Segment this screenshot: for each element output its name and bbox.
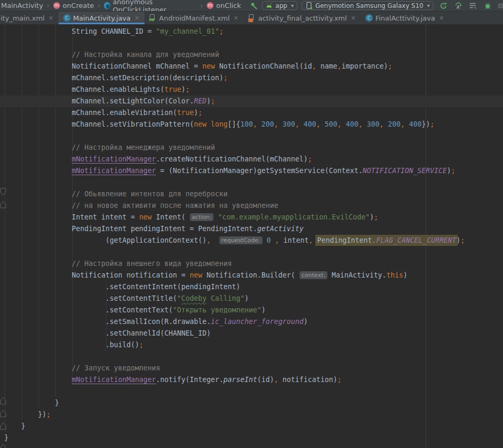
code-line[interactable]: Notification notification = new Notifica…	[0, 270, 503, 281]
tab-label: MainActivity.java	[73, 14, 131, 22]
code-line[interactable]: .setSmallIcon(R.drawable.ic_launcher_for…	[0, 316, 503, 328]
apply-code-changes-button[interactable]	[468, 1, 477, 10]
code-line[interactable]: // Обьявление интентов для переброски	[0, 188, 503, 200]
manifest-file-icon: MF	[149, 14, 157, 22]
code-line[interactable]: mChannel.setDescription(description);	[0, 72, 503, 84]
close-icon[interactable]: ×	[234, 14, 239, 22]
code-line[interactable]: mNotificationManager = (NotificationMana…	[0, 165, 503, 177]
android-icon	[266, 3, 273, 8]
code-line[interactable]	[0, 246, 503, 258]
method-icon: m	[207, 2, 214, 9]
code-line[interactable]	[0, 37, 503, 49]
breadcrumb-item-anonymous-listener[interactable]: anonymous OnClickListener	[104, 0, 196, 12]
java-class-icon: C	[365, 14, 373, 22]
main-toolbar: MainActivity › m onCreate › anonymous On…	[0, 0, 503, 12]
code-lines: String CHANNEL_ID = "my_channel_01"; // …	[0, 24, 503, 444]
breadcrumb-label: onCreate	[63, 2, 94, 9]
code-line[interactable]: NotificationChannel mChannel = new Notif…	[0, 61, 503, 72]
build-hammer-icon[interactable]	[249, 1, 258, 10]
layout-file-icon	[248, 14, 256, 22]
tab-label: FinalActtivity.java	[375, 14, 435, 22]
code-line[interactable]	[0, 177, 503, 188]
device-select[interactable]: Genymotion Samsung Galaxy S10 ▾	[302, 1, 433, 10]
tab-activity-main-xml[interactable]: ity_main.xml ×	[0, 12, 59, 24]
code-line[interactable]: }	[0, 432, 503, 444]
code-line[interactable]: mNotificationManager.createNotificationC…	[0, 154, 503, 165]
tab-finalacttivity-java[interactable]: C FinalActtivity.java ×	[361, 12, 449, 24]
breadcrumb-label: onClick	[216, 2, 241, 9]
tab-androidmanifest-xml[interactable]: MF AndroidManifest.xml ×	[144, 12, 244, 24]
run-configuration-select[interactable]: app ▾	[262, 1, 297, 10]
close-icon[interactable]: ×	[134, 14, 140, 22]
close-icon[interactable]: ×	[48, 14, 53, 22]
chevron-right-icon: ›	[98, 2, 100, 9]
code-line[interactable]	[0, 351, 503, 363]
anonymous-class-icon	[104, 2, 110, 9]
breadcrumb-label: MainActivity	[1, 2, 43, 9]
code-line[interactable]: // Настройка канала для уведомлений	[0, 49, 503, 61]
close-icon[interactable]: ×	[351, 14, 356, 22]
code-line[interactable]: mChannel.enableLights(true);	[0, 84, 503, 96]
code-line[interactable]: (getApplicationContext(), requestCode: 0…	[0, 235, 503, 246]
java-class-icon: C	[63, 14, 71, 22]
code-line[interactable]: .setContentIntent(pendingIntent)	[0, 281, 503, 293]
code-line[interactable]: .setChannelId(CHANNEL_ID)	[0, 328, 503, 339]
code-line[interactable]: String CHANNEL_ID = "my_channel_01";	[0, 26, 503, 37]
tab-label: ity_main.xml	[1, 14, 44, 22]
code-line[interactable]: }	[0, 421, 503, 432]
code-line[interactable]: }	[0, 397, 503, 409]
chevron-down-icon: ▾	[427, 3, 430, 8]
breadcrumb-item-onclick[interactable]: m onClick	[207, 2, 241, 9]
run-config-label: app	[275, 2, 287, 9]
chevron-right-icon: ›	[47, 2, 50, 9]
breadcrumb-item-oncreate[interactable]: m onCreate	[53, 2, 94, 9]
code-line[interactable]: // Запуск уведомления	[0, 363, 503, 374]
code-line[interactable]: mChannel.setVibrationPattern(new long[]{…	[0, 119, 503, 130]
code-line[interactable]: .setContentTitle("Codeby Calling")	[0, 293, 503, 304]
code-line[interactable]: });	[0, 409, 503, 421]
phone-icon	[305, 2, 313, 9]
code-line[interactable]: PendingIntent pendingIntent = PendingInt…	[0, 223, 503, 235]
rerun-button[interactable]	[439, 1, 448, 10]
code-line[interactable]: // на новое активити после нажатия на ув…	[0, 200, 503, 212]
editor-tab-bar: ity_main.xml × C MainActivity.java × MF …	[0, 12, 503, 24]
code-line[interactable]: // Настройка менеджера уведомлений	[0, 142, 503, 154]
tab-label: activity_final_acttivity.xml	[258, 14, 347, 22]
fold-marker-icon[interactable]	[0, 444, 6, 448]
apply-changes-button[interactable]: A	[453, 1, 462, 10]
profiler-button[interactable]	[498, 1, 503, 10]
run-actions: A	[433, 1, 503, 10]
tab-mainactivity-java[interactable]: C MainActivity.java ×	[59, 12, 144, 24]
chevron-right-icon: ›	[200, 2, 203, 9]
debug-button[interactable]	[483, 1, 492, 10]
code-line[interactable]: mNotificationManager.notify(Integer.pars…	[0, 374, 503, 386]
code-line[interactable]: mChannel.setLightColor(Color.RED);	[0, 96, 503, 107]
code-line[interactable]	[0, 130, 503, 142]
device-label: Genymotion Samsung Galaxy S10	[315, 2, 423, 9]
breadcrumb-label: anonymous OnClickListener	[113, 0, 197, 12]
code-line[interactable]: mChannel.enableVibration(true);	[0, 107, 503, 119]
code-line[interactable]	[0, 386, 503, 397]
code-line[interactable]: .setContentText("Открыть уведомление")	[0, 304, 503, 316]
code-line[interactable]: Intent intent = new Intent( action: "com…	[0, 212, 503, 223]
tab-activity-final-acttivity-xml[interactable]: activity_final_acttivity.xml ×	[244, 12, 361, 24]
method-icon: m	[53, 2, 60, 9]
chevron-down-icon: ▾	[291, 3, 294, 8]
svg-text:A: A	[457, 5, 460, 10]
breadcrumb-item-class[interactable]: MainActivity	[1, 2, 43, 9]
tab-label: AndroidManifest.xml	[159, 14, 230, 22]
code-line[interactable]: .build();	[0, 339, 503, 351]
code-editor[interactable]: String CHANNEL_ID = "my_channel_01"; // …	[0, 24, 503, 448]
breadcrumb: MainActivity › m onCreate › anonymous On…	[1, 0, 241, 12]
code-line[interactable]: // Настройка внешнего вида уведомления	[0, 258, 503, 270]
close-icon[interactable]: ×	[439, 14, 444, 22]
